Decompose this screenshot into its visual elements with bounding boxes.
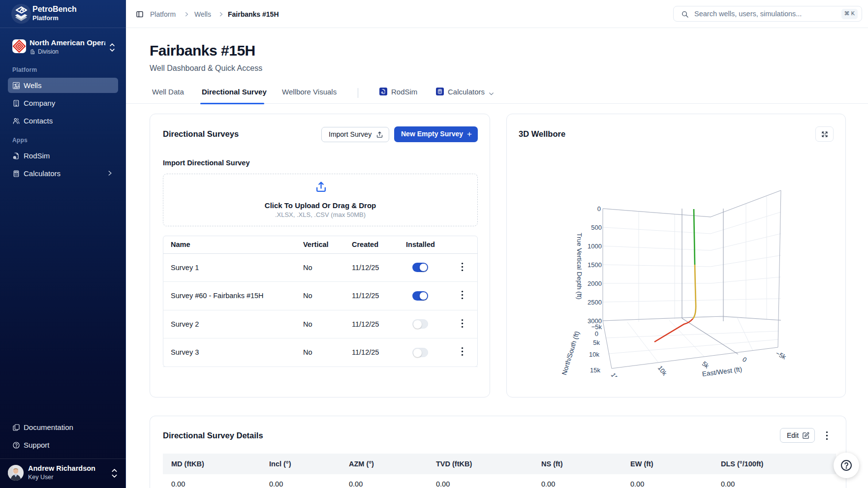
svg-text:0: 0 bbox=[595, 330, 598, 337]
svg-text:2500: 2500 bbox=[588, 299, 602, 306]
svg-text:−5k: −5k bbox=[591, 323, 602, 331]
svg-text:0: 0 bbox=[597, 205, 601, 213]
svg-text:−5k: −5k bbox=[775, 349, 787, 361]
svg-text:0: 0 bbox=[741, 356, 748, 364]
svg-text:5k: 5k bbox=[593, 339, 600, 346]
svg-text:East/West (ft): East/West (ft) bbox=[702, 366, 743, 378]
svg-text:1500: 1500 bbox=[588, 261, 602, 269]
svg-text:2000: 2000 bbox=[588, 280, 602, 287]
svg-text:15k: 15k bbox=[590, 366, 600, 374]
svg-text:10k: 10k bbox=[656, 364, 669, 377]
svg-text:15k: 15k bbox=[610, 371, 622, 384]
svg-text:North/South (ft): North/South (ft) bbox=[560, 330, 581, 376]
svg-text:10k: 10k bbox=[589, 351, 599, 358]
svg-text:500: 500 bbox=[591, 224, 602, 231]
svg-text:5k: 5k bbox=[701, 360, 711, 370]
svg-text:True Vertical Depth (ft): True Vertical Depth (ft) bbox=[576, 233, 583, 299]
svg-text:1000: 1000 bbox=[588, 243, 602, 250]
